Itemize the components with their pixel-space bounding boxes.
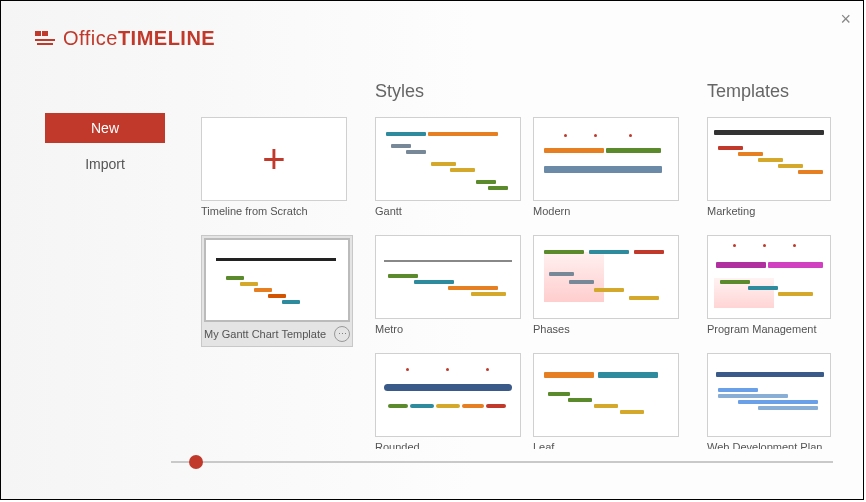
card-webdev[interactable]: Web Development Plan [707, 353, 831, 449]
more-icon[interactable]: ⋯ [334, 326, 350, 342]
thumb-program-mgmt [707, 235, 831, 319]
nav-import-label: Import [85, 156, 125, 172]
svg-rect-3 [37, 43, 53, 45]
svg-rect-0 [35, 31, 41, 36]
card-leaf-label: Leaf [533, 441, 554, 449]
card-marketing[interactable]: Marketing [707, 117, 831, 229]
thumb-modern [533, 117, 679, 201]
card-leaf[interactable]: Leaf [533, 353, 679, 449]
content-area: + Timeline from Scratch [201, 81, 863, 449]
col-scratch: + Timeline from Scratch [201, 81, 347, 449]
card-metro[interactable]: Metro [375, 235, 521, 347]
card-modern[interactable]: Modern [533, 117, 679, 229]
card-metro-label: Metro [375, 323, 403, 335]
svg-rect-2 [35, 39, 55, 41]
card-program-mgmt-label: Program Management [707, 323, 816, 335]
card-phases[interactable]: Phases [533, 235, 679, 347]
thumb-rounded [375, 353, 521, 437]
thumb-leaf [533, 353, 679, 437]
close-icon[interactable]: × [840, 9, 851, 30]
brand: OfficeTIMELINE [35, 27, 215, 50]
nav-new[interactable]: New [45, 113, 165, 143]
nav-import[interactable]: Import [45, 149, 165, 179]
card-phases-label: Phases [533, 323, 570, 335]
nav-new-label: New [91, 120, 119, 136]
brand-text: OfficeTIMELINE [63, 27, 215, 50]
card-rounded[interactable]: Rounded [375, 353, 521, 449]
thumb-webdev [707, 353, 831, 437]
styles-title: Styles [375, 81, 679, 103]
col-templates: Templates Marketing [707, 81, 831, 449]
card-program-mgmt[interactable]: Program Management [707, 235, 831, 347]
thumb-gantt [375, 117, 521, 201]
thumb-phases [533, 235, 679, 319]
left-nav: New Import [45, 113, 165, 179]
app-window: × OfficeTIMELINE New Import + [0, 0, 864, 500]
card-scratch[interactable]: + Timeline from Scratch [201, 117, 347, 229]
card-my-gantt[interactable]: My Gantt Chart Template ⋯ [201, 235, 353, 347]
templates-title: Templates [707, 81, 831, 103]
thumb-scratch: + [201, 117, 347, 201]
brand-icon [35, 31, 55, 47]
card-gantt-label: Gantt [375, 205, 402, 217]
col-styles: Styles Gant [375, 81, 679, 449]
card-scratch-label: Timeline from Scratch [201, 205, 308, 217]
thumb-marketing [707, 117, 831, 201]
col-blank-title [201, 81, 347, 103]
svg-rect-1 [42, 31, 48, 36]
plus-icon: + [262, 137, 285, 182]
card-marketing-label: Marketing [707, 205, 755, 217]
card-webdev-label: Web Development Plan [707, 441, 822, 449]
card-rounded-label: Rounded [375, 441, 420, 449]
slider-handle[interactable] [189, 455, 203, 469]
card-my-gantt-label: My Gantt Chart Template [204, 328, 326, 340]
thumb-metro [375, 235, 521, 319]
thumb-my-gantt [204, 238, 350, 322]
card-modern-label: Modern [533, 205, 570, 217]
scroll-slider[interactable] [171, 461, 833, 463]
card-gantt[interactable]: Gantt [375, 117, 521, 229]
